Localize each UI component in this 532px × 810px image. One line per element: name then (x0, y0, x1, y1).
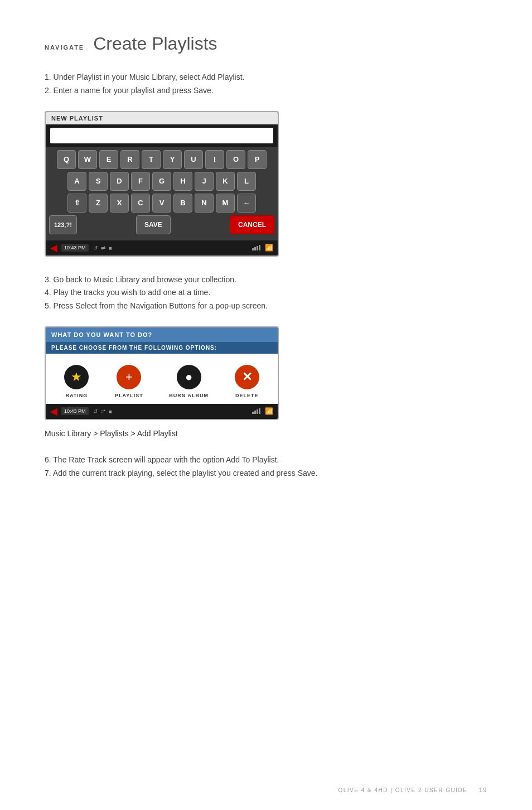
key-L[interactable]: L (237, 172, 256, 191)
screen-input-area[interactable] (50, 128, 273, 143)
key-I[interactable]: I (205, 150, 224, 169)
step-6: 6. The Rate Track screen will appear wit… (45, 454, 487, 467)
playlist-label: PLAYLIST (115, 393, 143, 398)
key-U[interactable]: U (184, 150, 203, 169)
key-C[interactable]: C (131, 194, 150, 213)
popup-option-delete[interactable]: ✕ DELETE (235, 365, 259, 398)
plus-icon: + (117, 365, 141, 389)
stop-icon: ■ (109, 245, 112, 251)
popup-title: WHAT DO YOU WANT TO DO? (46, 327, 278, 342)
status-bar-1: ◀ 10:43 PM ↺ ⇌ ■ 📶 (46, 240, 278, 255)
popup-option-rating[interactable]: ★ RATING (64, 365, 89, 398)
key-H[interactable]: H (173, 172, 192, 191)
step-4: 4. Play the tracks you wish to add one a… (45, 286, 487, 300)
popup-option-playlist[interactable]: + PLAYLIST (115, 365, 143, 398)
key-A[interactable]: A (67, 172, 86, 191)
step-3: 3. Go back to Music Library and browse y… (45, 273, 487, 287)
key-Y[interactable]: Y (163, 150, 182, 169)
popup-option-burn-album[interactable]: ● BURN ALBUM (169, 365, 209, 398)
wifi-icon: 📶 (265, 244, 273, 252)
key-save[interactable]: SAVE (136, 215, 171, 234)
keyboard: Q W E R T Y U I O P A S D F G H J K (46, 147, 278, 240)
popup-options-area: ★ RATING + PLAYLIST ● BURN ALBUM ✕ DELET… (46, 354, 278, 404)
steps-3-5: 3. Go back to Music Library and browse y… (45, 273, 487, 313)
rating-label: RATING (65, 393, 88, 398)
circle-icon: ● (177, 365, 201, 389)
status-icons-1: ↺ ⇌ ■ (93, 245, 112, 251)
key-B[interactable]: B (173, 194, 192, 213)
screen-title-bar: NEW PLAYLIST (46, 112, 278, 124)
star-icon: ★ (64, 365, 89, 389)
step-1: 1. Under Playlist in your Music Library,… (45, 71, 487, 84)
key-S[interactable]: S (89, 172, 108, 191)
status-bar-2: ◀ 10:43 PM ↺ ⇌ ■ 📶 (46, 404, 278, 419)
keyboard-row-4: 123,?! SAVE CANCEL (48, 215, 275, 234)
key-T[interactable]: T (142, 150, 161, 169)
breadcrumb: Music Library > Playlists > Add Playlist (45, 429, 487, 438)
x-icon: ✕ (235, 365, 259, 389)
step-2: 2. Enter a name for your playlist and pr… (45, 84, 487, 98)
key-X[interactable]: X (110, 194, 129, 213)
page-number: 19 (479, 787, 487, 793)
key-P[interactable]: P (248, 150, 267, 169)
back-arrow-icon-2[interactable]: ◀ (50, 406, 57, 417)
page-header: NAVIGATE Create Playlists (45, 33, 487, 54)
shuffle-icon-2: ⇌ (101, 408, 105, 414)
key-backspace[interactable]: ← (237, 194, 256, 213)
popup-subtitle: PLEASE CHOOSE FROM THE FOLLOWING OPTIONS… (46, 342, 278, 354)
footer-text: OLIVE 4 & 4HD | OLIVE 2 USER GUIDE (338, 787, 467, 793)
key-O[interactable]: O (226, 150, 245, 169)
key-shift[interactable]: ⇧ (67, 194, 86, 213)
delete-label: DELETE (235, 393, 259, 398)
device-screen-1: NEW PLAYLIST Q W E R T Y U I O P A S D F (45, 111, 279, 257)
step-7: 7. Add the current track playing, select… (45, 467, 487, 480)
steps-6-7: 6. The Rate Track screen will appear wit… (45, 454, 487, 480)
key-W[interactable]: W (78, 150, 97, 169)
status-time-1: 10:43 PM (61, 244, 89, 252)
key-D[interactable]: D (110, 172, 129, 191)
steps-1-2: 1. Under Playlist in your Music Library,… (45, 71, 487, 98)
keyboard-row-3: ⇧ Z X C V B N M ← (48, 194, 275, 213)
key-M[interactable]: M (216, 194, 235, 213)
key-N[interactable]: N (195, 194, 214, 213)
key-K[interactable]: K (216, 172, 235, 191)
burn-album-label: BURN ALBUM (169, 393, 209, 398)
status-time-2: 10:43 PM (61, 407, 89, 415)
key-E[interactable]: E (99, 150, 118, 169)
step-5: 5. Press Select from the Navigation Butt… (45, 300, 487, 313)
keyboard-row-2: A S D F G H J K L (48, 172, 275, 191)
signal-bars-icon (252, 245, 260, 250)
device-screen-2: WHAT DO YOU WANT TO DO? PLEASE CHOOSE FR… (45, 326, 279, 420)
wifi-icon-2: 📶 (265, 407, 273, 415)
page-title: Create Playlists (93, 33, 217, 54)
key-V[interactable]: V (152, 194, 171, 213)
shuffle-icon: ⇌ (101, 245, 105, 251)
refresh-icon-2: ↺ (93, 408, 98, 414)
keyboard-row-1: Q W E R T Y U I O P (48, 150, 275, 169)
stop-icon-2: ■ (109, 408, 112, 414)
key-F[interactable]: F (131, 172, 150, 191)
key-numbers[interactable]: 123,?! (49, 215, 77, 234)
key-J[interactable]: J (195, 172, 214, 191)
signal-bars-icon-2 (252, 408, 260, 414)
refresh-icon: ↺ (93, 245, 98, 251)
key-Z[interactable]: Z (89, 194, 108, 213)
key-R[interactable]: R (120, 150, 139, 169)
key-Q[interactable]: Q (57, 150, 76, 169)
page-footer: OLIVE 4 & 4HD | OLIVE 2 USER GUIDE 19 (338, 787, 487, 793)
status-icons-2: ↺ ⇌ ■ (93, 408, 112, 414)
navigate-label: NAVIGATE (45, 44, 84, 51)
back-arrow-icon[interactable]: ◀ (50, 243, 57, 253)
key-G[interactable]: G (152, 172, 171, 191)
key-cancel[interactable]: CANCEL (230, 215, 274, 234)
